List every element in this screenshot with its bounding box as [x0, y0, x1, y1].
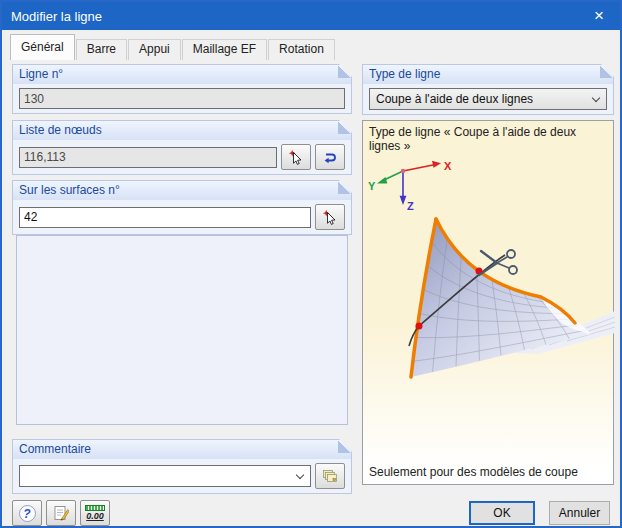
units-icon: 0.00 — [85, 505, 105, 521]
group-node-list: Liste de nœuds — [12, 120, 352, 175]
pick-arrow-star-icon — [288, 149, 304, 165]
axis-y-label: Y — [368, 180, 376, 192]
line-type-value: Coupe à l'aide de deux lignes — [376, 92, 533, 106]
units-button[interactable]: 0.00 — [80, 500, 110, 526]
line-type-info-panel: Type de ligne « Coupe à l'aide de deux l… — [362, 120, 614, 485]
group-node-list-header: Liste de nœuds — [13, 121, 351, 140]
reverse-orientation-button[interactable] — [315, 144, 345, 170]
reverse-arrow-icon — [322, 149, 338, 165]
group-surfaces: Sur les surfaces n° — [12, 180, 352, 235]
group-surfaces-header: Sur les surfaces n° — [13, 181, 351, 200]
close-icon[interactable]: × — [578, 2, 620, 30]
group-line-type-header: Type de ligne — [363, 65, 613, 84]
edit-comment-button[interactable] — [46, 500, 76, 526]
modify-line-dialog: Modifier la ligne × Général Barre Appui … — [0, 0, 622, 528]
line-number-input[interactable] — [19, 88, 345, 109]
node-list-input[interactable] — [19, 147, 277, 168]
group-comment: Commentaire — [12, 439, 352, 494]
axis-z-label: Z — [407, 200, 414, 212]
group-line-type: Type de ligne Coupe à l'aide de deux lig… — [362, 64, 614, 115]
help-button[interactable]: ? — [12, 500, 42, 526]
comment-presets-button[interactable] — [315, 463, 345, 489]
tab-general[interactable]: Général — [10, 34, 75, 60]
group-comment-header: Commentaire — [13, 440, 351, 459]
surfaces-input[interactable] — [19, 207, 311, 228]
axis-icon: X Y Z — [368, 160, 452, 212]
group-line-number: Ligne n° — [12, 64, 352, 114]
cancel-button[interactable]: Annuler — [549, 501, 610, 525]
info-footer-note: Seulement pour des modèles de coupe — [369, 465, 578, 479]
tab-appui[interactable]: Appui — [128, 39, 181, 60]
axis-x-label: X — [444, 160, 452, 172]
pick-surfaces-button[interactable] — [315, 204, 345, 230]
cut-illustration: X Y Z — [363, 149, 615, 459]
help-icon: ? — [19, 505, 36, 522]
chevron-down-icon — [296, 471, 304, 479]
comment-combobox[interactable] — [19, 465, 311, 487]
tab-barre[interactable]: Barre — [76, 39, 127, 60]
group-line-number-header: Ligne n° — [13, 65, 351, 84]
edit-note-icon — [53, 505, 69, 521]
pick-nodes-button[interactable] — [281, 144, 311, 170]
empty-list-panel — [16, 235, 348, 425]
comment-stack-icon — [322, 468, 338, 484]
tab-bar: Général Barre Appui Maillage EF Rotation — [10, 33, 336, 60]
dialog-title: Modifier la ligne — [2, 9, 102, 24]
pick-arrow-star-icon — [322, 209, 338, 225]
cut-point-2 — [416, 323, 423, 330]
tab-maillage-ef[interactable]: Maillage EF — [182, 39, 267, 60]
ok-button[interactable]: OK — [469, 501, 535, 525]
chevron-down-icon — [592, 94, 600, 102]
dialog-titlebar[interactable]: Modifier la ligne × — [2, 2, 620, 30]
line-type-combobox[interactable]: Coupe à l'aide de deux lignes — [369, 88, 607, 110]
scissors-icon — [479, 250, 517, 275]
tab-rotation[interactable]: Rotation — [268, 39, 335, 60]
